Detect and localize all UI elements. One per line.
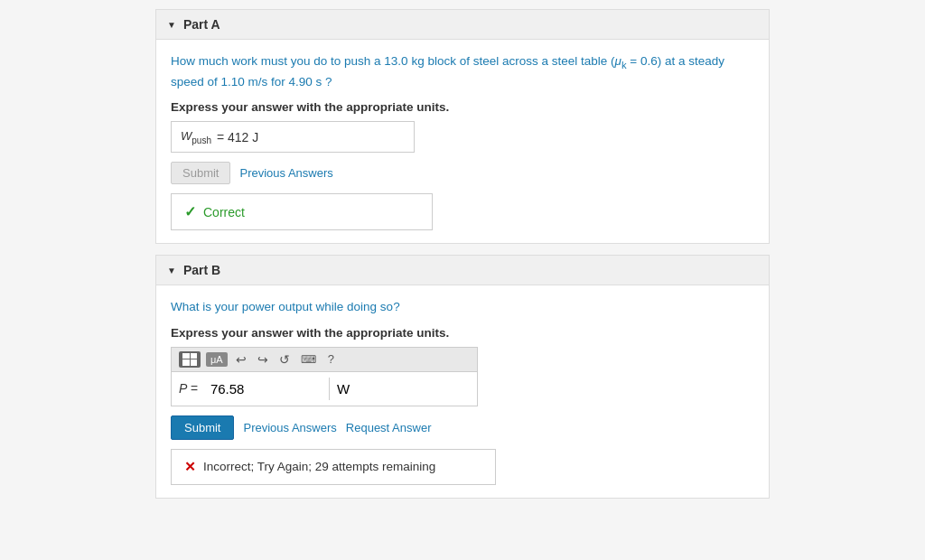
part-b-chevron[interactable]: ▼ xyxy=(167,266,176,275)
value-input[interactable] xyxy=(203,378,330,400)
part-a-answer-box: Wpush = 412 J xyxy=(171,121,415,154)
part-a-content: How much work must you do to push a 13.0… xyxy=(156,40,769,243)
part-a-result-box: ✓ Correct xyxy=(171,193,433,230)
part-b-result-box: ✕ Incorrect; Try Again; 29 attempts rema… xyxy=(171,449,496,485)
part-a-result-text: Correct xyxy=(203,205,245,219)
part-b-header: ▼ Part B xyxy=(156,256,769,285)
part-b-content: What is your power output while doing so… xyxy=(156,285,769,497)
help-button[interactable]: ? xyxy=(324,351,338,367)
undo-button[interactable]: ↩ xyxy=(233,351,249,368)
p-label: P = xyxy=(179,381,198,396)
math-input-row: P = xyxy=(172,372,477,406)
part-a-submit-button: Submit xyxy=(171,162,230,184)
keyboard-button[interactable]: ⌨ xyxy=(298,352,319,367)
part-a-question: How much work must you do to push a 13.0… xyxy=(171,52,754,91)
incorrect-x-icon: ✕ xyxy=(184,459,196,475)
part-a-section: ▼ Part A How much work must you do to pu… xyxy=(155,9,770,244)
mu-a-button[interactable]: μA xyxy=(206,352,228,367)
part-b-result-text: Incorrect; Try Again; 29 attempts remain… xyxy=(203,460,435,473)
unit-input[interactable] xyxy=(330,378,402,400)
math-toolbar: μA ↩ ↪ ↺ ⌨ ? xyxy=(172,348,477,372)
part-a-instruction: Express your answer with the appropriate… xyxy=(171,100,754,114)
part-b-action-row: Submit Previous Answers Request Answer xyxy=(171,415,754,440)
part-b-section: ▼ Part B What is your power output while… xyxy=(155,255,770,498)
part-a-previous-answers-link[interactable]: Previous Answers xyxy=(239,166,332,180)
part-a-answer-label: Wpush xyxy=(181,129,211,145)
part-b-question: What is your power output while doing so… xyxy=(171,298,754,316)
part-b-title: Part B xyxy=(183,263,220,277)
part-b-submit-button[interactable]: Submit xyxy=(171,415,234,440)
part-b-instruction: Express your answer with the appropriate… xyxy=(171,326,754,340)
grid-icon-button[interactable] xyxy=(179,351,201,368)
page-container: ▼ Part A How much work must you do to pu… xyxy=(146,0,779,518)
part-b-request-answer-link[interactable]: Request Answer xyxy=(346,421,432,434)
part-a-header: ▼ Part A xyxy=(156,10,769,40)
redo-button[interactable]: ↪ xyxy=(255,351,271,368)
reset-button[interactable]: ↺ xyxy=(276,351,293,368)
part-a-chevron[interactable]: ▼ xyxy=(167,20,176,30)
part-b-previous-answers-link[interactable]: Previous Answers xyxy=(243,421,336,434)
part-a-answer-value: = 412 J xyxy=(217,130,258,145)
correct-check-icon: ✓ xyxy=(184,203,196,220)
part-a-title: Part A xyxy=(183,17,220,32)
math-input-container: μA ↩ ↪ ↺ ⌨ ? P = xyxy=(171,347,478,406)
part-a-action-row: Submit Previous Answers xyxy=(171,162,754,184)
